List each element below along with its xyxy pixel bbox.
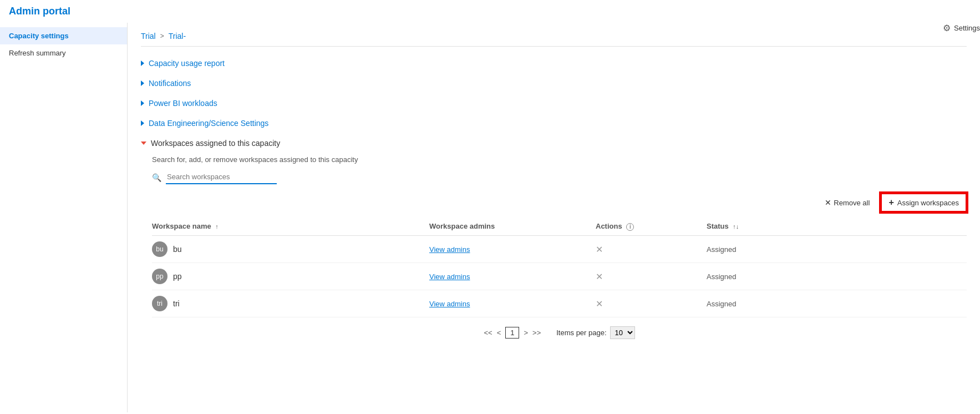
remove-workspace-button[interactable]: ✕	[596, 245, 603, 254]
chevron-right-icon	[141, 60, 144, 66]
section-data-engineering[interactable]: Data Engineering/Science Settings	[141, 113, 967, 133]
avatar: bu	[152, 241, 167, 257]
workspace-admins-cell: View admins	[429, 272, 596, 281]
status-cell: Assigned	[707, 272, 817, 281]
search-input[interactable]	[166, 170, 277, 184]
breadcrumb-separator: >	[160, 32, 164, 40]
prev-page-button[interactable]: <	[497, 329, 501, 337]
items-per-page-select[interactable]: 10 20 50	[610, 326, 635, 339]
status-badge: Assigned	[707, 300, 736, 308]
status-badge: Assigned	[707, 245, 736, 254]
avatar: tri	[152, 296, 167, 311]
col-actions: Actions i	[596, 222, 707, 231]
table-actions: ✕ Remove all + Assign workspaces	[152, 193, 967, 212]
action-cell: ✕	[596, 244, 707, 255]
chevron-right-icon	[141, 120, 144, 126]
sidebar-item-capacity-settings[interactable]: Capacity settings	[0, 27, 127, 44]
workspace-name-cell: bu bu	[152, 241, 429, 257]
section-power-bi[interactable]: Power BI workloads	[141, 93, 967, 113]
avatar: pp	[152, 269, 167, 284]
workspaces-expanded: Search for, add, or remove workspaces as…	[141, 153, 967, 344]
breadcrumb-trial-sub: Trial-	[169, 32, 186, 41]
sidebar: Capacity settings Refresh summary	[0, 23, 128, 412]
workspace-name-cell: tri tri	[152, 296, 429, 311]
action-cell: ✕	[596, 271, 707, 282]
view-admins-link[interactable]: View admins	[429, 245, 470, 254]
col-workspace-name: Workspace name ↑	[152, 222, 429, 231]
last-page-button[interactable]: >>	[532, 329, 541, 337]
search-bar-container: 🔍	[152, 170, 967, 184]
current-page: 1	[505, 327, 519, 339]
section-capacity-usage[interactable]: Capacity usage report	[141, 53, 967, 73]
remove-workspace-button[interactable]: ✕	[596, 272, 603, 281]
status-cell: Assigned	[707, 299, 817, 308]
sidebar-item-refresh-summary[interactable]: Refresh summary	[0, 44, 127, 62]
workspaces-table: Workspace name ↑ Workspace admins Action…	[152, 218, 967, 339]
view-admins-link[interactable]: View admins	[429, 300, 470, 308]
status-cell: Assigned	[707, 245, 817, 254]
actions-info-icon[interactable]: i	[626, 223, 634, 231]
chevron-right-icon	[141, 80, 144, 86]
section-workspaces[interactable]: Workspaces assigned to this capacity	[141, 133, 967, 153]
sort-status-icon[interactable]: ↑↓	[733, 223, 739, 230]
table-header: Workspace name ↑ Workspace admins Action…	[152, 218, 967, 236]
table-row: tri tri View admins ✕ Assigned	[152, 290, 967, 317]
app-header: Admin portal	[0, 0, 980, 23]
pagination: << < 1 > >> Items per page: 10 20 50	[152, 326, 967, 339]
assign-workspaces-button[interactable]: + Assign workspaces	[881, 193, 967, 212]
gear-icon: ⚙	[943, 23, 951, 33]
col-workspace-admins: Workspace admins	[429, 222, 596, 231]
remove-workspace-button[interactable]: ✕	[596, 299, 603, 309]
workspaces-description: Search for, add, or remove workspaces as…	[152, 155, 967, 164]
col-status: Status ↑↓	[707, 222, 817, 231]
settings-button[interactable]: ⚙ Settings	[943, 23, 980, 33]
chevron-right-icon	[141, 100, 144, 106]
action-cell: ✕	[596, 299, 707, 309]
view-admins-link[interactable]: View admins	[429, 272, 470, 281]
search-icon: 🔍	[152, 173, 161, 182]
chevron-down-icon	[141, 142, 146, 145]
remove-all-button[interactable]: ✕ Remove all	[825, 198, 870, 207]
table-row: bu bu View admins ✕ Assigned	[152, 236, 967, 263]
items-per-page: Items per page: 10 20 50	[556, 326, 634, 339]
sort-name-icon[interactable]: ↑	[215, 223, 219, 230]
section-notifications[interactable]: Notifications	[141, 73, 967, 93]
close-icon: ✕	[825, 198, 831, 207]
first-page-button[interactable]: <<	[484, 329, 492, 337]
status-badge: Assigned	[707, 272, 736, 281]
workspace-admins-cell: View admins	[429, 299, 596, 308]
table-row: pp pp View admins ✕ Assigned	[152, 263, 967, 290]
workspace-name-cell: pp pp	[152, 269, 429, 284]
main-content: Trial > Trial- ⚙ Settings Capacity usage…	[128, 23, 980, 412]
breadcrumb-trial[interactable]: Trial	[141, 32, 156, 41]
workspace-admins-cell: View admins	[429, 245, 596, 254]
next-page-button[interactable]: >	[524, 329, 528, 337]
plus-icon: +	[888, 198, 893, 208]
breadcrumb: Trial > Trial- ⚙ Settings	[141, 32, 967, 47]
